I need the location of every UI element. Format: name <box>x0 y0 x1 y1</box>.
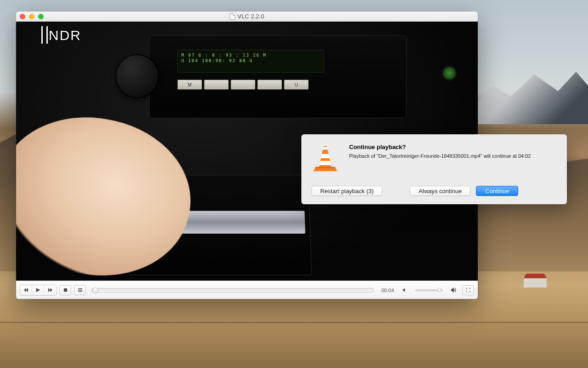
wallpaper-fence <box>0 313 588 340</box>
always-continue-button[interactable]: Always continue <box>410 186 470 196</box>
wallpaper-house <box>524 277 547 288</box>
titlebar[interactable]: VLC 2.2.0 <box>16 12 478 22</box>
volume-low-icon[interactable] <box>399 285 411 295</box>
previous-button[interactable] <box>20 285 32 295</box>
time-current: 00:04 <box>379 288 396 293</box>
svg-rect-0 <box>63 288 67 292</box>
dialog-message: Playback of "Der_Tatortreiniger-Freunde-… <box>349 153 531 159</box>
next-button[interactable] <box>44 285 56 295</box>
video-content-radio: M 87 6 : 8 : 93 : 13 16 M U 104 100:98: … <box>149 35 407 118</box>
broadcaster-watermark: NDR <box>41 26 81 44</box>
volume-thumb[interactable] <box>437 288 441 292</box>
vlc-cone-icon <box>311 144 339 173</box>
volume-high-icon[interactable] <box>447 285 459 295</box>
dialog-title: Continue playback? <box>349 144 531 150</box>
playlist-button[interactable] <box>74 285 86 295</box>
continue-playback-dialog: Continue playback? Playback of "Der_Tato… <box>301 134 567 204</box>
window-title: VLC 2.2.0 <box>237 13 264 20</box>
seek-thumb[interactable] <box>92 288 98 293</box>
playback-controls: 00:04 <box>16 281 478 299</box>
play-button[interactable] <box>32 285 44 295</box>
continue-button[interactable]: Continue <box>476 186 518 196</box>
restart-playback-button[interactable]: Restart playback (3) <box>311 186 382 196</box>
wallpaper-snow-peak <box>469 69 588 124</box>
stop-button[interactable] <box>59 285 71 295</box>
seek-slider[interactable] <box>91 288 374 293</box>
volume-slider[interactable] <box>415 289 443 291</box>
desktop-wallpaper: VLC 2.2.0 M 87 6 : 8 : 93 : 13 16 M U 10… <box>0 0 588 368</box>
document-icon <box>230 13 235 20</box>
fullscreen-button[interactable] <box>462 285 474 295</box>
